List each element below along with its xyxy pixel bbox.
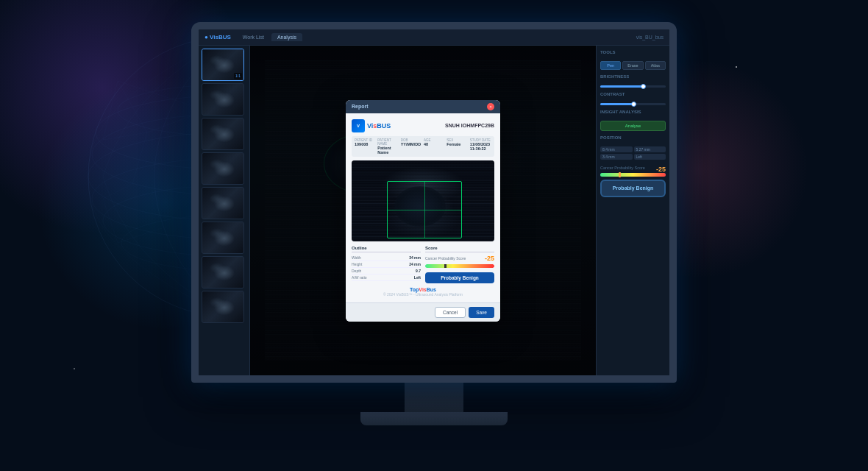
lesion-info-section: Outline Width 34 mm Height 24 mm [352,246,421,283]
brightness-slider-row [600,85,666,88]
pos-y: 5.27 mm [634,146,666,152]
lesion-value-depth: 9.7 [416,269,421,273]
patient-value-id: 109008 [355,142,376,146]
lesion-row-height: Height 24 mm [352,261,421,268]
lesion-label-depth: Depth [352,269,361,273]
score-section: Score Cancer Probability Score -25 [425,246,494,283]
svg-line-20 [103,184,132,199]
analyse-button[interactable]: Analyse [600,121,666,131]
patient-value-name: Patient Name [377,146,399,155]
app-logo: ● VisBUS [204,34,231,40]
lesion-label-ratio: A/W ratio [352,275,367,280]
score-section-title: Score [425,246,494,252]
patient-value-age: 48 [424,142,445,146]
contrast-slider[interactable] [600,103,666,105]
patient-field-age: Age 48 [424,138,445,155]
right-panel: Tools Pen Erase Atlas Brightness Contras… [596,46,669,375]
patient-info-row: Patient ID 109008 Patient Name Patient N… [352,136,494,157]
probably-benign-badge: Probably Benign [600,180,666,197]
tools-title: Tools [600,50,666,54]
cancer-score-section: Cancer Probability Score -25 Probably Be… [600,166,666,197]
lesion-label-height: Height [352,262,362,266]
score-bar [425,264,494,268]
patient-field-sex: Sex Female [447,138,468,155]
thumb-item-8[interactable] [202,291,244,323]
app-frame: ● VisBUS Work List Analysis vis_BU_bus 1… [199,29,669,375]
probably-benign-button[interactable]: Probably Benign [425,272,494,283]
modal-bottom-section: Outline Width 34 mm Height 24 mm [352,246,494,283]
monitor: ● VisBUS Work List Analysis vis_BU_bus 1… [184,22,684,425]
cancel-button[interactable]: Cancel [435,307,466,318]
thumb-item-5[interactable] [202,187,244,219]
brightness-label: Brightness [600,74,666,79]
contrast-slider-row [600,103,666,105]
svg-line-18 [103,132,147,140]
monitor-stand-neck [405,383,463,412]
report-id: SNUH IOHMFPC29B [445,123,494,128]
svg-line-11 [118,81,147,132]
lesion-value-height: 24 mm [409,262,421,266]
lesion-info-title: Outline [352,246,421,252]
brightness-slider[interactable] [600,85,666,88]
app-main: 1/1 [199,46,669,375]
pos-z: 3.4 mm [600,154,633,160]
report-logo-text: VisBUS [367,122,391,130]
modal-actions: Cancel Save [346,302,500,322]
contrast-label: Contrast [600,92,666,96]
footer-copyright: © 2024 VisBUS™ - Ultrasound Analysis Pla… [352,292,494,297]
patient-value-dob: YY/MM/DD [401,142,422,146]
pos-dir: Left [634,154,666,160]
center-viewer: Report × V VisBUS [250,46,596,375]
modal-header: Report × [346,100,500,113]
lesion-value-width: 34 mm [409,255,421,260]
user-label: vis_BU_bus [636,35,664,40]
cancer-score-bar [600,173,666,177]
patient-field-date: Study Date 11/08/2023 11:36:22 [470,138,491,155]
cancer-score-value: -25 [656,166,666,173]
thumb-item-2[interactable] [202,83,244,116]
atlas-button[interactable]: Atlas [645,61,666,70]
score-value-row: Cancer Probability Score -25 [425,255,494,262]
lesion-row-depth: Depth 9.7 [352,268,421,275]
lesion-row-ratio: A/W ratio Left [352,275,421,281]
thumb-item-6[interactable] [202,222,244,254]
lesion-value-ratio: Left [414,275,421,280]
thumb-label-1: 1/1 [234,73,242,79]
tab-analysis[interactable]: Analysis [271,33,302,41]
pos-x: 8.4 mm [600,146,633,152]
position-title: Position [600,135,666,140]
monitor-stand-base [360,412,508,425]
modal-footer-brand: TopVisBus © 2024 VisBUS™ - Ultrasound An… [352,287,494,297]
save-button[interactable]: Save [469,307,494,318]
pen-button[interactable]: Pen [600,61,621,70]
monitor-screen: ● VisBUS Work List Analysis vis_BU_bus 1… [191,22,677,383]
patient-value-sex: Female [447,142,468,146]
insight-analysis-title: Insight Analysis [600,110,666,114]
patient-value-date: 11/08/2023 11:36:22 [470,142,491,151]
app-tabs: Work List Analysis [237,33,636,41]
app-topbar: ● VisBUS Work List Analysis vis_BU_bus [199,29,669,46]
modal-body: V VisBUS SNUH IOHMFPC29B Patient ID [346,113,500,302]
thumb-item-3[interactable] [202,118,244,150]
patient-field-dob: DOB YY/MM/DD [401,138,422,155]
score-needle [444,264,447,268]
footer-brand-name: TopVisBus [352,287,494,292]
score-label: Cancer Probability Score [425,256,466,261]
patient-label-name: Patient Name [377,138,399,146]
patient-field-id: Patient ID 109008 [355,138,376,155]
modal-close-button[interactable]: × [487,103,494,110]
report-header: V VisBUS SNUH IOHMFPC29B [352,119,494,132]
thumb-item-7[interactable] [202,256,244,288]
thumb-item-1[interactable]: 1/1 [202,49,244,81]
svg-line-19 [132,132,147,184]
report-logo: V VisBUS [352,119,391,132]
position-grid: 8.4 mm 5.27 mm 3.4 mm Left [600,146,666,160]
modal-title: Report [352,104,369,109]
cancer-score-label: Cancer Probability Score -25 [600,166,666,170]
thumb-item-4[interactable] [202,152,244,185]
score-number: -25 [485,255,494,262]
erase-button[interactable]: Erase [622,61,643,70]
modal-ultrasound-image [352,160,494,241]
svg-line-22 [118,228,162,243]
tab-worklist[interactable]: Work List [237,33,270,41]
